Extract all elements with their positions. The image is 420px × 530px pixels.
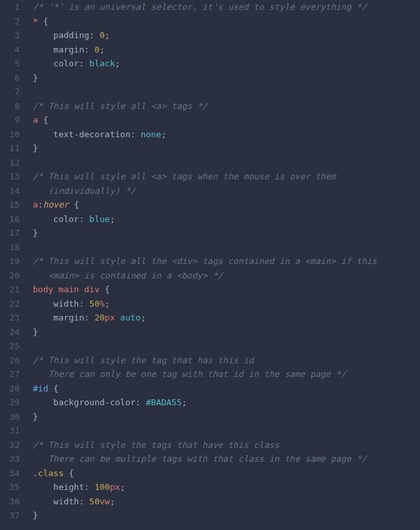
code-line[interactable]: text-decoration: none; [33,127,420,142]
code-line[interactable]: /* '*' is an universal selector, it's us… [33,0,420,14]
line-number: 20 [0,269,20,283]
code-line[interactable]: background-color: #BADA55; [33,395,420,410]
code-line[interactable] [33,339,420,353]
line-number: 32 [0,438,20,453]
line-number: 16 [0,212,20,227]
code-line[interactable]: /* This will style the tags that have th… [33,438,420,453]
line-number: 6 [0,71,20,85]
line-number: 33 [0,452,20,466]
code-line[interactable]: color: black; [33,56,420,71]
line-number: 8 [0,99,20,114]
code-line[interactable]: There can be multiple tags with that cla… [33,452,420,466]
code-line[interactable]: color: blue; [33,212,420,227]
line-number: 1 [0,0,20,14]
line-number: 9 [0,113,20,127]
code-line[interactable]: height: 100px; [33,480,420,495]
code-line[interactable]: } [33,508,420,523]
code-line[interactable] [33,85,420,99]
line-number: 24 [0,325,20,340]
code-line[interactable]: /* This will style the tag that has this… [33,353,420,368]
line-number: 37 [0,508,20,523]
code-line[interactable]: .class { [33,466,420,481]
code-line[interactable]: /* This will style all <a> tags when the… [33,169,420,184]
code-line[interactable]: width: 50%; [33,297,420,311]
code-line[interactable] [33,156,420,170]
line-number-gutter: 1234567891011121314151617181920212223242… [0,0,26,523]
code-line[interactable]: } [33,141,420,156]
code-line[interactable]: #id { [33,382,420,396]
line-number: 7 [0,85,20,99]
line-number: 29 [0,395,20,410]
code-line[interactable]: } [33,325,420,340]
line-number: 34 [0,466,20,481]
line-number: 5 [0,56,20,71]
line-number: 25 [0,339,20,353]
code-line[interactable]: /* This will style all the <div> tags co… [33,254,420,269]
line-number: 35 [0,480,20,495]
code-line[interactable]: a:hover { [33,198,420,212]
line-number: 19 [0,254,20,269]
code-line[interactable]: <main> is contained in a <body> */ [33,269,420,283]
code-line[interactable]: (individually) */ [33,184,420,198]
code-line[interactable]: margin: 20px auto; [33,311,420,325]
line-number: 11 [0,141,20,156]
code-line[interactable]: body main div { [33,282,420,297]
line-number: 30 [0,410,20,424]
code-line[interactable]: padding: 0; [33,28,420,43]
line-number: 27 [0,367,20,382]
line-number: 14 [0,184,20,198]
code-line[interactable]: } [33,410,420,424]
line-number: 28 [0,382,20,396]
line-number: 26 [0,353,20,368]
code-line[interactable]: There can only be one tag with that id i… [33,367,420,382]
line-number: 18 [0,240,20,255]
code-line[interactable]: width: 50vw; [33,495,420,509]
code-line[interactable] [33,424,420,438]
code-line[interactable]: margin: 0; [33,43,420,57]
line-number: 31 [0,424,20,438]
line-number: 4 [0,43,20,57]
code-editor[interactable]: 1234567891011121314151617181920212223242… [0,0,420,523]
line-number: 15 [0,198,20,212]
code-line[interactable]: } [33,71,420,85]
code-line[interactable]: } [33,226,420,240]
line-number: 22 [0,297,20,311]
code-content[interactable]: /* '*' is an universal selector, it's us… [26,0,420,523]
line-number: 12 [0,156,20,170]
line-number: 36 [0,495,20,509]
code-line[interactable]: a { [33,113,420,127]
code-line[interactable]: * { [33,14,420,29]
line-number: 23 [0,311,20,325]
line-number: 17 [0,226,20,240]
line-number: 10 [0,127,20,142]
line-number: 13 [0,169,20,184]
line-number: 3 [0,28,20,43]
code-line[interactable]: /* This will style all <a> tags */ [33,99,420,114]
line-number: 21 [0,282,20,297]
code-line[interactable] [33,240,420,255]
line-number: 2 [0,14,20,29]
